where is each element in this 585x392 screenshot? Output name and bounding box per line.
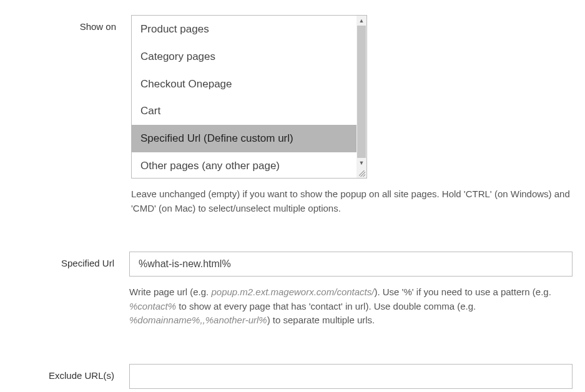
scroll-down-icon[interactable]: ▼ bbox=[356, 158, 366, 168]
scrollbar-thumb[interactable] bbox=[357, 26, 366, 158]
field-exclude-urls bbox=[129, 364, 573, 389]
help-show-on: Leave unchanged (empty) if you want to s… bbox=[131, 187, 573, 215]
field-specified-url: Write page url (e.g. popup.m2.ext.magewo… bbox=[129, 252, 573, 328]
show-on-option[interactable]: Other pages (any other page) bbox=[132, 152, 356, 178]
help-specified-url: Write page url (e.g. popup.m2.ext.magewo… bbox=[129, 285, 573, 328]
show-on-multiselect[interactable]: Product pagesCategory pagesCheckout Onep… bbox=[131, 15, 367, 179]
show-on-option[interactable]: Specified Url (Define custom url) bbox=[132, 125, 356, 152]
scrollbar[interactable]: ▲ ▼ bbox=[356, 16, 366, 178]
exclude-urls-input[interactable] bbox=[129, 364, 573, 389]
show-on-option[interactable]: Category pages bbox=[132, 43, 356, 71]
row-exclude-urls: Exclude URL(s) bbox=[12, 364, 573, 389]
show-on-option[interactable]: Checkout Onepage bbox=[132, 71, 356, 98]
specified-url-input[interactable] bbox=[129, 252, 573, 277]
scroll-up-icon[interactable]: ▲ bbox=[356, 16, 366, 26]
label-show-on: Show on bbox=[12, 15, 131, 215]
row-specified-url: Specified Url Write page url (e.g. popup… bbox=[12, 252, 573, 328]
show-on-option[interactable]: Product pages bbox=[132, 16, 356, 43]
show-on-option[interactable]: Cart bbox=[132, 97, 356, 125]
resize-handle-icon[interactable] bbox=[356, 168, 366, 178]
field-show-on: Product pagesCategory pagesCheckout Onep… bbox=[131, 15, 573, 215]
label-exclude-urls: Exclude URL(s) bbox=[12, 364, 129, 389]
row-show-on: Show on Product pagesCategory pagesCheck… bbox=[12, 15, 573, 215]
label-specified-url: Specified Url bbox=[12, 252, 129, 328]
